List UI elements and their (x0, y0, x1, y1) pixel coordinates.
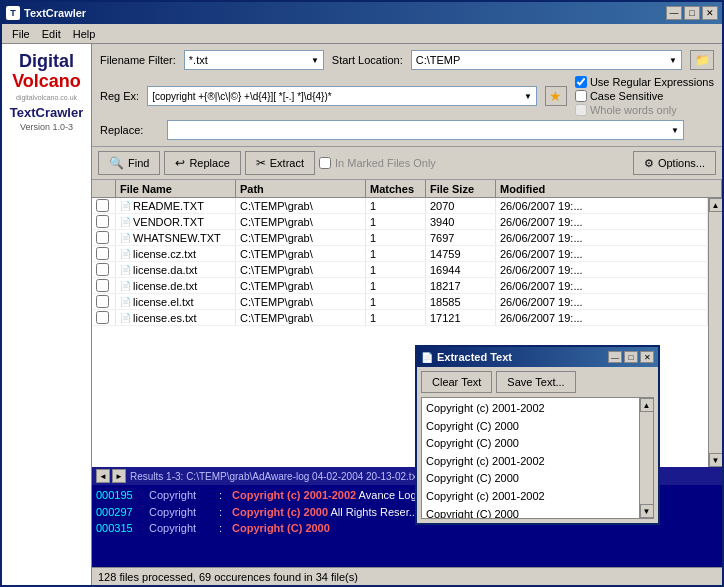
file-icon: 📄 (120, 249, 131, 259)
menu-edit[interactable]: Edit (36, 26, 67, 42)
row-filename: 📄 license.el.txt (116, 294, 236, 309)
logo-url: digitalvolcano.co.uk (16, 94, 77, 101)
col-header-name[interactable]: File Name (116, 180, 236, 197)
marked-only-checkbox[interactable] (319, 157, 331, 169)
scroll-track[interactable] (709, 212, 722, 453)
row-checkbox-cell[interactable] (92, 198, 116, 213)
result-number: 000297 (96, 504, 141, 521)
options-label: Options... (658, 157, 705, 169)
case-sensitive-label: Case Sensitive (590, 90, 663, 102)
dialog-close-button[interactable]: ✕ (640, 351, 654, 363)
window-title: TextCrawler (24, 7, 86, 19)
replace-input[interactable]: ▼ (167, 120, 684, 140)
row-modified: 26/06/2007 19:... (496, 294, 708, 309)
minimize-button[interactable]: — (666, 6, 682, 20)
controls-area: Filename Filter: *.txt ▼ Start Location:… (92, 44, 722, 147)
row-size: 2070 (426, 198, 496, 213)
row-modified: 26/06/2007 19:... (496, 246, 708, 261)
row-checkbox[interactable] (96, 263, 109, 276)
row-checkbox[interactable] (96, 215, 109, 228)
row-path: C:\TEMP\grab\ (236, 198, 366, 213)
table-row[interactable]: 📄 README.TXT C:\TEMP\grab\ 1 2070 26/06/… (92, 198, 708, 214)
table-row[interactable]: 📄 WHATSNEW.TXT C:\TEMP\grab\ 1 7697 26/0… (92, 230, 708, 246)
row-matches: 1 (366, 310, 426, 325)
start-location-dropdown[interactable]: C:\TEMP ▼ (411, 50, 682, 70)
list-header: File Name Path Matches File Size Modifie… (92, 180, 722, 198)
use-regex-checkbox[interactable] (575, 76, 587, 88)
row-matches: 1 (366, 262, 426, 277)
row-path: C:\TEMP\grab\ (236, 294, 366, 309)
regex-row: Reg Ex: [copyright +{®|\c\|©} +\d{4}][ *… (100, 76, 714, 116)
row-matches: 1 (366, 214, 426, 229)
close-button[interactable]: ✕ (702, 6, 718, 20)
table-row[interactable]: 📄 VENDOR.TXT C:\TEMP\grab\ 1 3940 26/06/… (92, 214, 708, 230)
row-checkbox[interactable] (96, 231, 109, 244)
col-header-size[interactable]: File Size (426, 180, 496, 197)
table-row[interactable]: 📄 license.de.txt C:\TEMP\grab\ 1 18217 2… (92, 278, 708, 294)
dialog-text-area[interactable]: Copyright (c) 2001-2002Copyright (C) 200… (422, 398, 639, 518)
menu-file[interactable]: File (6, 26, 36, 42)
title-buttons: — □ ✕ (666, 6, 718, 20)
replace-button[interactable]: ↩ Replace (164, 151, 240, 175)
regex-input[interactable]: [copyright +{®|\c\|©} +\d{4}][ *[-.] *]\… (147, 86, 537, 106)
results-prev-button[interactable]: ◄ (96, 469, 110, 483)
row-checkbox-cell[interactable] (92, 310, 116, 325)
results-next-button[interactable]: ► (112, 469, 126, 483)
regex-dropdown-arrow: ▼ (524, 92, 532, 101)
filename-filter-label: Filename Filter: (100, 54, 176, 66)
find-button[interactable]: 🔍 Find (98, 151, 160, 175)
dialog-minimize-button[interactable]: — (608, 351, 622, 363)
row-checkbox[interactable] (96, 311, 109, 324)
scroll-up-button[interactable]: ▲ (709, 198, 723, 212)
table-row[interactable]: 📄 license.es.txt C:\TEMP\grab\ 1 17121 2… (92, 310, 708, 326)
maximize-button[interactable]: □ (684, 6, 700, 20)
dialog-maximize-button[interactable]: □ (624, 351, 638, 363)
regex-label: Reg Ex: (100, 90, 139, 102)
row-checkbox-cell[interactable] (92, 278, 116, 293)
dialog-title-bar: 📄 Extracted Text — □ ✕ (417, 347, 658, 367)
extract-button[interactable]: ✂ Extract (245, 151, 315, 175)
clear-text-button[interactable]: Clear Text (421, 371, 492, 393)
col-header-path[interactable]: Path (236, 180, 366, 197)
row-checkbox-cell[interactable] (92, 230, 116, 245)
save-text-button[interactable]: Save Text... (496, 371, 575, 393)
col-header-matches[interactable]: Matches (366, 180, 426, 197)
col-header-modified[interactable]: Modified (496, 180, 722, 197)
filter-row: Filename Filter: *.txt ▼ Start Location:… (100, 50, 714, 70)
dialog-scroll-up[interactable]: ▲ (640, 398, 654, 412)
row-path: C:\TEMP\grab\ (236, 214, 366, 229)
table-row[interactable]: 📄 license.da.txt C:\TEMP\grab\ 1 16944 2… (92, 262, 708, 278)
row-checkbox-cell[interactable] (92, 262, 116, 277)
row-checkbox[interactable] (96, 199, 109, 212)
results-nav: ◄ ► (96, 469, 126, 483)
browse-folder-button[interactable]: 📁 (690, 50, 714, 70)
options-button[interactable]: ⚙ Options... (633, 151, 716, 175)
extracted-text-dialog: 📄 Extracted Text — □ ✕ Clear Text Save T… (415, 345, 660, 525)
logo-digital: Digital (19, 52, 74, 72)
replace-label: Replace (189, 157, 229, 169)
row-filename: 📄 README.TXT (116, 198, 236, 213)
menu-help[interactable]: Help (67, 26, 102, 42)
row-filename: 📄 license.da.txt (116, 262, 236, 277)
filename-filter-dropdown[interactable]: *.txt ▼ (184, 50, 324, 70)
find-icon: 🔍 (109, 156, 124, 170)
case-sensitive-checkbox[interactable] (575, 90, 587, 102)
row-checkbox[interactable] (96, 247, 109, 260)
row-checkbox-cell[interactable] (92, 246, 116, 261)
dialog-scroll-down[interactable]: ▼ (640, 504, 654, 518)
toolbar: 🔍 Find ↩ Replace ✂ Extract In Marked Fil… (92, 147, 722, 180)
row-checkbox-cell[interactable] (92, 294, 116, 309)
row-checkbox-cell[interactable] (92, 214, 116, 229)
dialog-scroll-track[interactable] (640, 412, 653, 504)
row-checkbox[interactable] (96, 295, 109, 308)
list-item: Copyright (C) 2000 (426, 470, 635, 488)
row-checkbox[interactable] (96, 279, 109, 292)
scroll-down-button[interactable]: ▼ (709, 453, 723, 467)
regex-star-button[interactable]: ★ (545, 86, 567, 106)
table-row[interactable]: 📄 license.el.txt C:\TEMP\grab\ 1 18585 2… (92, 294, 708, 310)
whole-words-checkbox[interactable] (575, 104, 587, 116)
table-row[interactable]: 📄 license.cz.txt C:\TEMP\grab\ 1 14759 2… (92, 246, 708, 262)
row-matches: 1 (366, 294, 426, 309)
title-bar-left: T TextCrawler (6, 6, 86, 20)
app-icon: T (6, 6, 20, 20)
